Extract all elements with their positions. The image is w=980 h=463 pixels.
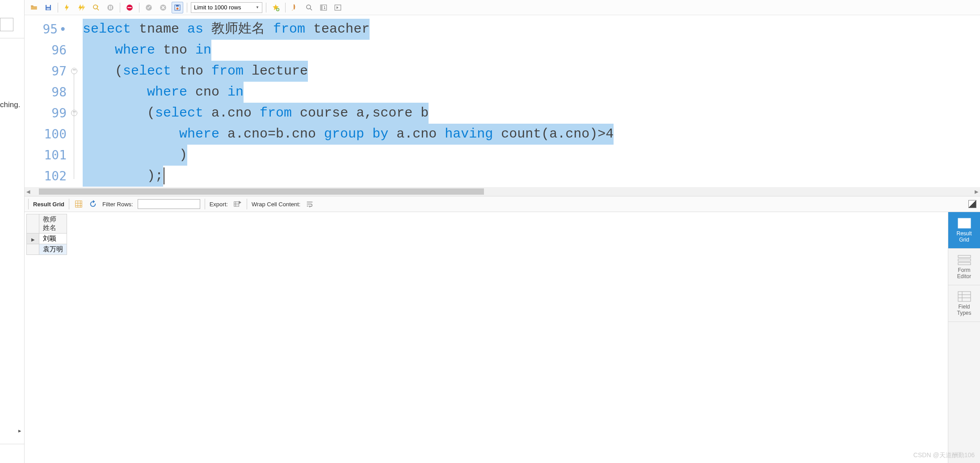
divider: [0, 38, 25, 38]
rollback-icon[interactable]: [157, 2, 169, 13]
line-number: 99: [25, 103, 69, 124]
svg-rect-17: [234, 202, 239, 207]
svg-rect-18: [958, 218, 971, 228]
tab-label: ResultGrid: [956, 231, 972, 242]
panel-left-icon[interactable]: 1: [318, 2, 329, 13]
cell[interactable]: 袁万明: [39, 244, 67, 255]
tab-form-editor[interactable]: FormEditor: [948, 249, 980, 285]
refresh-icon[interactable]: [88, 199, 98, 209]
svg-point-4: [107, 4, 114, 11]
row-limit-dropdown[interactable]: Limit to 1000 rows ▼: [191, 2, 262, 13]
wrap-label: Wrap Cell Content:: [252, 201, 301, 208]
row-indicator[interactable]: [27, 244, 39, 255]
result-toolbar: Result Grid Filter Rows: Export: Wrap Ce…: [25, 196, 980, 212]
fold-column: [69, 19, 83, 187]
table-row[interactable]: 袁万明: [27, 244, 67, 255]
search-icon[interactable]: [303, 2, 315, 13]
line-number: 95: [25, 19, 69, 40]
tab-label: FormEditor: [957, 267, 971, 279]
code-area[interactable]: select tname as 教师姓名 from teacher where …: [83, 19, 980, 187]
scroll-left-arrow[interactable]: ◀: [25, 189, 32, 195]
nav-box[interactable]: [0, 18, 13, 31]
sql-toolbar: Limit to 1000 rows ▼ 1: [25, 0, 980, 15]
export-label: Export:: [210, 201, 228, 208]
svg-rect-22: [958, 292, 971, 301]
divider: [0, 444, 25, 444]
code-line[interactable]: select tname as 教师姓名 from teacher: [83, 19, 980, 40]
tab-label: FieldTypes: [957, 304, 971, 316]
svg-rect-20: [958, 259, 971, 261]
result-side-tabs: ResultGrid FormEditor FieldTypes: [948, 212, 980, 463]
chevron-right-icon[interactable]: ▸: [18, 427, 21, 434]
tab-result-grid[interactable]: ResultGrid: [948, 212, 980, 249]
main-area: Limit to 1000 rows ▼ 1 95969798991001011…: [25, 0, 980, 463]
line-number: 100: [25, 124, 69, 145]
run-icon[interactable]: [62, 2, 73, 13]
line-number: 101: [25, 145, 69, 166]
export-icon[interactable]: [232, 199, 242, 209]
table-row[interactable]: 刘颖: [27, 234, 67, 244]
result-grid-container[interactable]: 教师姓名 刘颖袁万明: [25, 212, 948, 463]
cell[interactable]: 刘颖: [39, 234, 67, 244]
open-file-icon[interactable]: [28, 2, 40, 13]
chevron-down-icon: ▼: [256, 5, 259, 9]
column-header[interactable]: 教师姓名: [39, 214, 67, 234]
row-header-blank[interactable]: [27, 214, 39, 234]
code-line[interactable]: ): [83, 145, 980, 166]
result-area: 教师姓名 刘颖袁万明 ResultGrid FormEditor FieldTy…: [25, 212, 980, 463]
filter-rows-input[interactable]: [138, 199, 200, 209]
left-sidebar: ching. ▸: [0, 0, 25, 463]
line-number: 102: [25, 166, 69, 187]
code-line[interactable]: );: [83, 166, 980, 187]
svg-point-11: [307, 5, 311, 9]
code-line[interactable]: (select tno from lecture: [83, 61, 980, 82]
code-line[interactable]: where cno in: [83, 82, 980, 103]
result-grid-label: Result Grid: [33, 201, 64, 208]
separator: [58, 3, 58, 13]
fold-toggle-icon[interactable]: [71, 68, 77, 74]
text-cursor: [164, 167, 164, 184]
separator: [187, 3, 187, 13]
run-script-icon[interactable]: [76, 2, 88, 13]
filter-rows-label: Filter Rows:: [102, 201, 133, 208]
sql-editor[interactable]: 9596979899100101102 select tname as 教师姓名…: [25, 15, 980, 187]
cancel-icon[interactable]: [124, 2, 135, 13]
separator: [28, 199, 29, 209]
save-icon[interactable]: [42, 2, 54, 13]
commit-icon[interactable]: [143, 2, 155, 13]
separator: [139, 3, 139, 13]
code-line[interactable]: where tno in: [83, 40, 980, 61]
favorite-icon[interactable]: [270, 2, 282, 13]
autocommit-icon[interactable]: [172, 2, 183, 13]
wrap-icon[interactable]: [305, 199, 315, 209]
scroll-thumb[interactable]: [39, 188, 484, 195]
svg-text:1: 1: [324, 6, 326, 10]
stop-icon[interactable]: [105, 2, 116, 13]
beautify-icon[interactable]: [289, 2, 301, 13]
svg-rect-2: [46, 8, 50, 10]
explain-icon[interactable]: [90, 2, 102, 13]
code-line[interactable]: where a.cno=b.cno group by a.cno having …: [83, 124, 980, 145]
line-gutter: 9596979899100101102: [25, 15, 69, 187]
tab-field-types[interactable]: FieldTypes: [948, 285, 980, 322]
separator: [205, 199, 205, 209]
scroll-right-arrow[interactable]: ▶: [973, 189, 980, 195]
separator: [69, 199, 69, 209]
fold-toggle-icon[interactable]: [71, 110, 77, 116]
row-indicator[interactable]: [27, 234, 39, 244]
separator: [120, 3, 120, 13]
svg-rect-19: [958, 255, 971, 258]
horizontal-scrollbar[interactable]: ◀ ▶: [25, 187, 980, 196]
sidebar-text-fragment: ching.: [0, 100, 20, 109]
code-line[interactable]: (select a.cno from course a,score b: [83, 103, 980, 124]
scroll-track[interactable]: [39, 188, 966, 196]
line-number: 96: [25, 40, 69, 61]
grid-view-icon[interactable]: [74, 199, 84, 209]
watermark: CSDN @天道酬勤106: [913, 451, 975, 459]
toggle-panel-icon[interactable]: [968, 200, 976, 208]
panel-right-icon[interactable]: [332, 2, 344, 13]
svg-rect-21: [958, 263, 971, 265]
separator: [285, 3, 286, 13]
result-grid-table: 教师姓名 刘颖袁万明: [26, 214, 67, 255]
svg-point-9: [177, 8, 179, 10]
